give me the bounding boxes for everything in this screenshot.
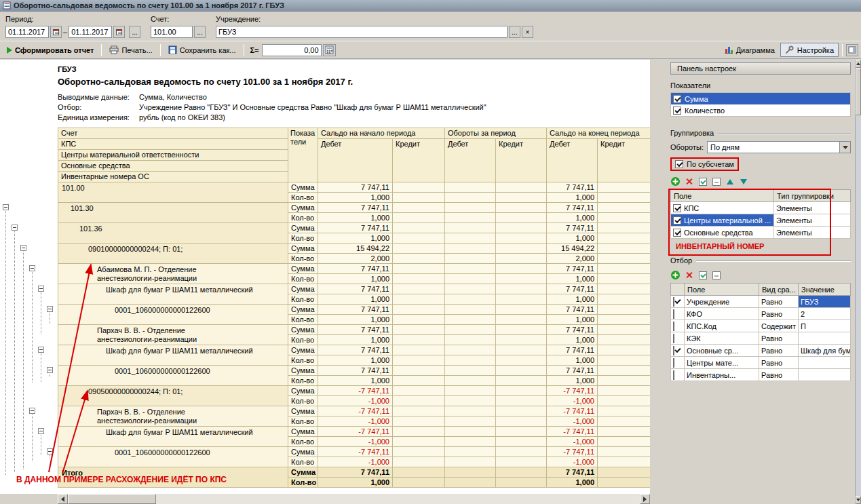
- diagram-button[interactable]: Диаграмма: [720, 43, 779, 57]
- filter-checkbox[interactable]: [673, 309, 674, 319]
- horizontal-scrollbar[interactable]: [0, 494, 650, 504]
- column-header[interactable]: Показатели: [288, 128, 318, 182]
- report-row-label[interactable]: 0001_106000000000122600: [58, 305, 288, 325]
- column-header[interactable]: Счет: [58, 128, 288, 139]
- column-header[interactable]: Поле: [671, 190, 774, 202]
- turnover-select[interactable]: По дням: [707, 141, 851, 153]
- filter-value-cell[interactable]: П: [799, 320, 851, 332]
- tree-collapse-icon[interactable]: [38, 347, 44, 353]
- report-row[interactable]: Абаимова М. П. - Отделениеанестезиологии…: [58, 264, 650, 284]
- report-row[interactable]: Шкаф для бумаг Р ШАМ11 металлическийСумм…: [58, 284, 650, 305]
- report-row[interactable]: 09010000000000244; П: 01;СуммаКол-во15 4…: [58, 244, 650, 264]
- column-header[interactable]: Инвентарные номера ОС: [58, 172, 288, 182]
- filter-checkbox[interactable]: [673, 370, 674, 380]
- subaccounts-checkbox[interactable]: [675, 160, 683, 168]
- tree-collapse-icon[interactable]: [12, 225, 18, 231]
- filter-comparison-cell[interactable]: Равно: [759, 296, 799, 308]
- settings-button[interactable]: Настройка: [780, 43, 839, 57]
- grouping-type-cell[interactable]: Элементы: [774, 227, 851, 239]
- column-header[interactable]: Дебет: [318, 139, 393, 182]
- filter-row[interactable]: КПС.КодСодержитП: [671, 320, 851, 332]
- grouping-checkbox[interactable]: [673, 229, 681, 237]
- period-to-input[interactable]: 01.11.2017: [69, 26, 112, 38]
- filter-value-cell[interactable]: [799, 369, 851, 381]
- report-row[interactable]: 0001_106000000000122600СуммаКол-во-7 747…: [58, 447, 650, 467]
- save-as-button[interactable]: Сохранить как...: [164, 43, 240, 57]
- filter-checkbox[interactable]: [673, 346, 674, 355]
- settings-panel-header[interactable]: Панель настроек: [670, 62, 851, 75]
- filter-value-cell[interactable]: ГБУЗ: [799, 296, 851, 308]
- filter-row[interactable]: Инвентарны...Равно: [671, 369, 851, 381]
- tree-collapse-icon[interactable]: [38, 286, 44, 292]
- add-filter-button[interactable]: [670, 270, 681, 280]
- filter-use-cell[interactable]: [671, 345, 685, 357]
- column-header[interactable]: Поле: [685, 284, 759, 296]
- column-header[interactable]: Центры материальной ответственности: [58, 150, 288, 161]
- filter-use-cell[interactable]: [671, 369, 685, 381]
- report-row[interactable]: Пархач В. В. - Отделениеанестезиологии-р…: [58, 406, 650, 427]
- column-header[interactable]: Вид сра...: [759, 284, 799, 296]
- indicator-item[interactable]: Количество: [671, 104, 850, 116]
- report-row[interactable]: 0001_106000000000122600СуммаКол-во7 747,…: [58, 366, 650, 386]
- filter-field-cell[interactable]: КФО: [685, 308, 759, 320]
- sum-field[interactable]: 0,00: [262, 44, 322, 56]
- filter-field-cell[interactable]: КЭК: [685, 332, 759, 345]
- filter-comparison-cell[interactable]: Равно: [759, 308, 799, 320]
- filter-checkbox[interactable]: [673, 297, 674, 307]
- column-header[interactable]: Дебет: [445, 139, 496, 182]
- grouping-checkbox[interactable]: [673, 216, 681, 225]
- tree-collapse-icon[interactable]: [38, 428, 44, 434]
- move-down-button[interactable]: [738, 176, 748, 187]
- filter-comparison-cell[interactable]: Содержит: [759, 320, 799, 332]
- filter-row[interactable]: Центры мате...Равно: [671, 357, 851, 369]
- tree-collapse-icon[interactable]: [47, 448, 53, 454]
- filter-comparison-cell[interactable]: Равно: [759, 345, 799, 357]
- indicator-checkbox[interactable]: [673, 95, 681, 103]
- filter-checkbox[interactable]: [673, 358, 674, 368]
- print-button[interactable]: Печать...: [105, 43, 156, 57]
- scrollbar-track[interactable]: [68, 494, 640, 504]
- column-header[interactable]: Тип группировки: [774, 190, 851, 202]
- report-row[interactable]: Шкаф для бумаг Р ШАМ11 металлическийСумм…: [58, 427, 650, 447]
- filter-checkbox[interactable]: [673, 322, 674, 331]
- filter-use-cell[interactable]: [671, 357, 685, 369]
- delete-filter-button[interactable]: [684, 270, 694, 280]
- panel-toggle-button[interactable]: [846, 44, 858, 56]
- report-area[interactable]: ГБУЗ Оборотно-сальдовая ведомость по сче…: [0, 60, 650, 504]
- delete-grouping-button[interactable]: [684, 176, 694, 187]
- filter-row[interactable]: Основные ср...РавноШкаф для бумаг Р: [671, 345, 851, 357]
- scrollbar-thumb[interactable]: [856, 68, 861, 115]
- subaccounts-annotation-box[interactable]: По субсчетам: [670, 157, 739, 171]
- institution-more-button[interactable]: ...: [509, 26, 520, 38]
- uncheck-all-button[interactable]: [711, 176, 721, 187]
- report-row[interactable]: 101.36СуммаКол-во7 747,111,0007 747,111,…: [58, 223, 650, 244]
- grouping-field-cell[interactable]: Основные средства: [671, 227, 774, 239]
- column-header[interactable]: Сальдо на конец периода: [547, 128, 650, 139]
- filter-field-cell[interactable]: Центры мате...: [685, 357, 759, 369]
- report-row-label[interactable]: Шкаф для бумаг Р ШАМ11 металлический: [58, 284, 288, 305]
- grouping-field-cell[interactable]: Центры материальной ...: [671, 214, 774, 227]
- tree-collapse-icon[interactable]: [20, 245, 26, 251]
- scroll-down-button[interactable]: [856, 496, 861, 504]
- filter-row[interactable]: УчреждениеРавноГБУЗ: [671, 296, 851, 308]
- filter-field-cell[interactable]: Основные ср...: [685, 345, 759, 357]
- column-header[interactable]: Сальдо на начало периода: [318, 128, 445, 139]
- account-more-button[interactable]: ...: [194, 26, 206, 38]
- report-row[interactable]: 0001_106000000000122600СуммаКол-во7 747,…: [58, 305, 650, 325]
- report-row[interactable]: 101.30СуммаКол-во7 747,111,0007 747,111,…: [58, 203, 650, 223]
- filter-comparison-cell[interactable]: Равно: [759, 357, 799, 369]
- report-row[interactable]: Пархач В. В. - Отделениеанестезиологии-р…: [58, 325, 650, 345]
- institution-input[interactable]: ГБУЗ: [216, 26, 508, 38]
- institution-clear-button[interactable]: ×: [522, 26, 533, 38]
- indicator-item[interactable]: Сумма: [671, 93, 850, 104]
- period-more-button[interactable]: ...: [129, 26, 140, 38]
- grouping-type-cell[interactable]: Элементы: [774, 202, 851, 214]
- check-all-button[interactable]: [697, 270, 708, 280]
- report-row-label[interactable]: Пархач В. В. - Отделениеанестезиологии-р…: [58, 325, 288, 345]
- grouping-type-cell[interactable]: Элементы: [774, 214, 851, 227]
- column-header[interactable]: Кредит: [393, 139, 445, 182]
- grouping-field-cell[interactable]: КПС: [671, 202, 774, 214]
- report-row[interactable]: 09050000000000244; П: 01;СуммаКол-во-7 7…: [58, 386, 650, 406]
- filter-value-cell[interactable]: [799, 332, 851, 345]
- filter-row[interactable]: КФОРавно2: [671, 308, 851, 320]
